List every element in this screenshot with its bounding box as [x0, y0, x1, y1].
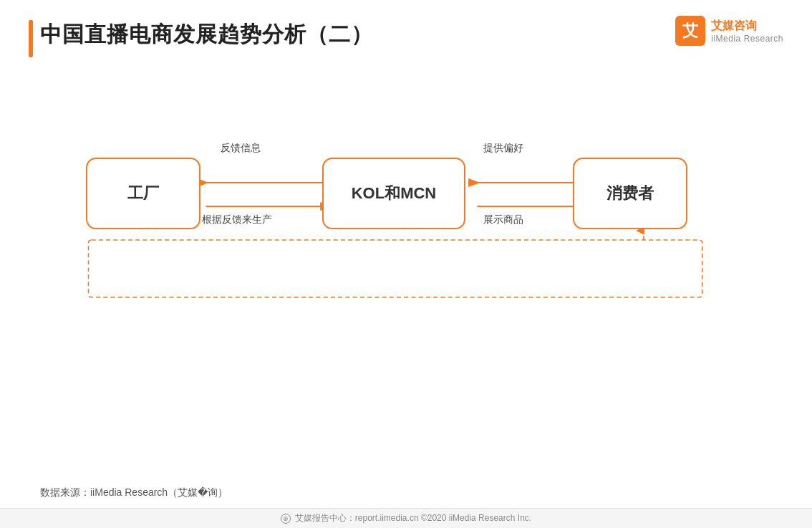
logo-text-block: 艾媒咨询 iiMedia Research	[711, 19, 783, 44]
footer-source: 数据来源：iiMedia Research（艾媒�询）	[40, 486, 228, 499]
logo-icon: 艾	[675, 16, 705, 46]
arrow-label-feedback: 反馈信息	[221, 142, 261, 155]
diagram-container: 工厂 KOL和MCN 消费者 反馈信息 根据反馈来生产 提供偏好 展示商品	[43, 100, 769, 344]
arrow-label-preference: 提供偏好	[483, 142, 523, 155]
logo-area: 艾 艾媒咨询 iiMedia Research	[675, 16, 783, 46]
box-kol-label: KOL和MCN	[352, 183, 437, 204]
box-kol: KOL和MCN	[322, 158, 465, 229]
footer-bar: ⊕ 艾媒报告中心：report.iimedia.cn ©2020 iiMedia…	[0, 508, 812, 528]
arrow-label-display: 展示商品	[483, 213, 523, 226]
footer-bar-text: 艾媒报告中心：report.iimedia.cn ©2020 iiMedia R…	[295, 512, 531, 524]
globe-icon: ⊕	[281, 514, 291, 524]
page-title: 中国直播电商发展趋势分析（二）	[40, 20, 373, 49]
box-factory: 工厂	[86, 158, 200, 229]
logo-en-name: iiMedia Research	[711, 34, 783, 44]
logo-cn-name: 艾媒咨询	[711, 19, 757, 34]
box-factory-label: 工厂	[127, 183, 159, 204]
box-consumer: 消费者	[573, 158, 687, 229]
arrow-label-produce: 根据反馈来生产	[202, 213, 272, 226]
svg-rect-4	[89, 240, 702, 297]
box-consumer-label: 消费者	[606, 183, 654, 204]
accent-bar	[29, 20, 33, 57]
